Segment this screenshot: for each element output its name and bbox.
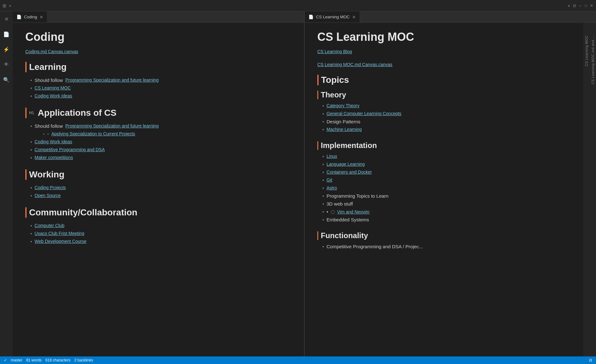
right-doc-title: CS Learning MOC	[317, 30, 571, 44]
list-item: Language Learning	[322, 162, 571, 167]
list-item: Should follow Programming Specialization…	[30, 77, 291, 83]
working-list: Coding Projects Open Source	[25, 185, 291, 198]
graph-icon[interactable]: ⚡	[1, 44, 11, 54]
cs-learning-blog-link[interactable]: CS Learning Blog	[317, 49, 352, 54]
prog-spec-link-1[interactable]: Programming Specialization and future le…	[65, 77, 159, 83]
applications-heading: H1 Applications of CS	[25, 108, 291, 118]
split-view-icon[interactable]: ⊟	[573, 4, 576, 8]
competitive-prog-text: Competitive Programming and DSA / Projec…	[326, 244, 423, 249]
competitive-programming-link[interactable]: Competitive Programming and DSA	[34, 147, 105, 152]
right-tab-bar: 📄 CS Learning MOC ✕	[305, 11, 596, 23]
learning-list: Should follow Programming Specialization…	[25, 77, 291, 99]
coding-work-ideas-link-2[interactable]: Coding Work Ideas	[34, 139, 72, 144]
learning-heading: Learning	[25, 62, 291, 72]
theory-list: Category Theory General Computer Learnin…	[317, 103, 571, 132]
list-item: Git	[322, 177, 571, 183]
containers-docker-link[interactable]: Containers and Docker	[326, 170, 372, 175]
list-item: Usaco Club Frist Meeting	[30, 231, 291, 236]
list-item: General Computer Learning Concepts	[322, 111, 571, 116]
category-theory-link[interactable]: Category Theory	[326, 103, 359, 108]
list-item: Category Theory	[322, 103, 571, 108]
cs-learning-canvas-link[interactable]: CS Learning MOC.md Canvas.canvas	[317, 62, 392, 67]
cs-learning-moc-link[interactable]: CS Learning MOC	[34, 85, 71, 90]
right-pane-content: CS Learning MOC CS Learning Blog CS Lear…	[305, 23, 583, 356]
linux-link[interactable]: Linux	[326, 154, 337, 159]
topics-heading: Topics	[317, 75, 571, 85]
applying-spec-link[interactable]: Applying Specialization to Current Proje…	[52, 131, 135, 136]
cs-learning-tab-close[interactable]: ✕	[352, 15, 356, 20]
usaco-club-link[interactable]: Usaco Club Frist Meeting	[34, 231, 84, 236]
language-learning-link[interactable]: Language Learning	[326, 162, 365, 167]
chevron-down-icon[interactable]: ∨	[567, 4, 571, 8]
working-section: Working Coding Projects Open Source	[25, 169, 291, 198]
coding-tab[interactable]: 📄 Coding ✕	[13, 11, 47, 22]
check-icon: ✓	[4, 358, 7, 362]
left-tab-bar: 📄 Coding ✕	[13, 11, 304, 23]
right-pane: 📄 CS Learning MOC ✕ CS Learning MOC CS L…	[305, 11, 596, 356]
git-branch[interactable]: master	[11, 358, 22, 362]
new-tab-icon[interactable]: +	[9, 3, 11, 8]
backlinks-count: 2 backlinks	[74, 358, 93, 362]
cs-learning-blog-link-line: CS Learning Blog	[317, 49, 571, 54]
vertical-label-bar-2: CS Learning MOC.md and ...	[590, 23, 596, 356]
open-source-link[interactable]: Open Source	[34, 193, 61, 198]
layout-icon[interactable]: ⊟	[589, 358, 592, 362]
astro-link[interactable]: Astro	[326, 185, 337, 190]
file-icon[interactable]: 📄	[1, 29, 11, 39]
applications-list: Should follow Programming Specialization…	[25, 123, 291, 160]
computer-club-link[interactable]: Computer Club	[34, 223, 64, 228]
coding-projects-link[interactable]: Coding Projects	[34, 185, 66, 190]
list-item: Machine Learning	[322, 127, 571, 132]
list-item: Coding Projects	[30, 185, 291, 190]
coding-canvas-link[interactable]: Coding.md Canvas.canvas	[25, 49, 78, 54]
coding-work-ideas-link-1[interactable]: Coding Work Ideas	[34, 93, 72, 98]
list-item: Coding Work Ideas	[30, 93, 291, 99]
git-link[interactable]: Git	[326, 177, 332, 182]
search-icon[interactable]: 🔍	[1, 75, 11, 85]
programming-topics-text: Programming Topics to Learn	[326, 193, 388, 199]
status-right: ⊟	[589, 358, 592, 362]
vim-radio-icon[interactable]	[331, 210, 335, 214]
minimize-button[interactable]: –	[578, 4, 582, 8]
list-item: Competitive Programming and DSA / Projec…	[322, 244, 571, 249]
close-button[interactable]: ✕	[590, 4, 593, 8]
window-controls: ∨ ⊟ – □ ✕	[567, 4, 593, 8]
top-bar: ⊞ + ∨ ⊟ – □ ✕	[0, 0, 596, 11]
grid-icon[interactable]: ⊞	[3, 3, 6, 8]
coding-tab-file-icon: 📄	[16, 15, 22, 19]
list-item: Should follow Programming Specialization…	[30, 123, 291, 129]
maker-competitions-link[interactable]: Maker competitions	[34, 155, 73, 160]
embedded-systems-text: Embedded Systems	[326, 217, 369, 222]
maximize-button[interactable]: □	[584, 4, 588, 8]
status-bar: ✓ master 81 words 618 characters 2 backl…	[0, 356, 596, 364]
prog-spec-link-2[interactable]: Programming Specialization and future le…	[65, 123, 159, 128]
machine-learning-link[interactable]: Machine Learning	[326, 127, 362, 132]
list-item: • Applying Specialization to Current Pro…	[30, 131, 291, 137]
general-cs-concepts-link[interactable]: General Computer Learning Concepts	[326, 111, 401, 116]
cs-learning-canvas-link-line: CS Learning MOC.md Canvas.canvas	[317, 62, 571, 67]
web-dev-course-link[interactable]: Web Development Course	[34, 239, 86, 244]
list-item: • Vim and Neovim	[322, 209, 571, 214]
functionality-list: Competitive Programming and DSA / Projec…	[317, 244, 571, 249]
theory-subsection: Theory Category Theory General Computer …	[317, 90, 571, 132]
list-item: CS Learning MOC	[30, 85, 291, 91]
status-left: ✓ master 81 words 618 characters 2 backl…	[4, 358, 93, 362]
list-item: Programming Topics to Learn	[322, 193, 571, 199]
eye-icon[interactable]: 👁	[1, 59, 11, 70]
design-patterns-text: Design Patterns	[326, 119, 360, 124]
community-section: Community/Collaboration Computer Club Us…	[25, 207, 291, 244]
top-bar-left: ⊞ +	[3, 3, 11, 8]
list-item: Computer Club	[30, 223, 291, 228]
cs-learning-tab-label: CS Learning MOC	[316, 15, 350, 19]
close-sidebar-icon[interactable]: ✕	[1, 14, 11, 24]
theory-heading: Theory	[317, 90, 571, 99]
list-item: Open Source	[30, 193, 291, 198]
working-heading: Working	[25, 169, 291, 180]
vim-neovim-link[interactable]: Vim and Neovim	[337, 209, 369, 214]
list-item: Web Development Course	[30, 239, 291, 244]
coding-tab-close[interactable]: ✕	[40, 15, 43, 20]
word-count: 81 words	[26, 358, 42, 362]
h1-indicator: H1	[29, 111, 34, 115]
top-bar-right: ∨ ⊟ – □ ✕	[567, 4, 593, 8]
cs-learning-tab[interactable]: 📄 CS Learning MOC ✕	[305, 11, 360, 22]
